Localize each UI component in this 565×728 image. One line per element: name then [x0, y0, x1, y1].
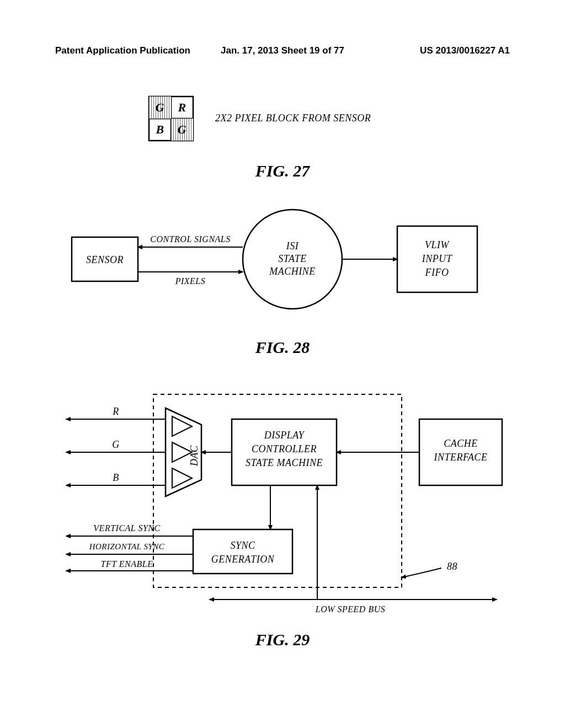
fig29: DAC R G B DISPLAY CONTROLLER STATE MACHI…	[66, 394, 502, 614]
dac-label: DAC	[189, 445, 200, 467]
sensor-box: SENSOR	[86, 254, 124, 265]
sync-l2: GENERATION	[211, 554, 275, 565]
vliw-l2: INPUT	[422, 253, 453, 264]
cache-l2: INTERFACE	[433, 452, 487, 463]
ref88: 88	[447, 561, 457, 572]
fig29-caption: FIG. 29	[255, 630, 310, 649]
pixels-label: PIXELS	[175, 276, 206, 286]
hsync-label: HORIZONTAL SYNC	[89, 542, 165, 551]
page-content: G R B G 2X2 PIXEL BLOCK FROM SENSOR FIG.…	[55, 83, 510, 673]
vsync-label: VERTICAL SYNC	[93, 523, 160, 533]
header-right: US 2013/0016227 A1	[420, 45, 510, 56]
tft-label: TFT ENABLE	[101, 559, 153, 569]
fig27: G R B G 2X2 PIXEL BLOCK FROM SENSOR	[149, 97, 371, 141]
cache-l1: CACHE	[444, 438, 478, 449]
svg-rect-21	[193, 529, 292, 574]
r-label: R	[112, 406, 119, 417]
pixel-g2: G	[178, 122, 186, 136]
pixel-g1: G	[156, 100, 164, 114]
pixel-b: B	[155, 122, 164, 136]
g-label: G	[112, 439, 120, 450]
vliw-l1: VLIW	[425, 239, 450, 250]
isi-l1: ISI	[286, 240, 299, 251]
header-left: Patent Application Publication	[55, 45, 190, 56]
vliw-l3: FIFO	[425, 267, 449, 278]
fig27-caption: FIG. 27	[255, 162, 310, 180]
svg-rect-13	[153, 394, 402, 587]
isi-l2: STATE	[278, 253, 307, 264]
diagram-svg: G R B G 2X2 PIXEL BLOCK FROM SENSOR FIG.…	[55, 83, 510, 673]
sync-l1: SYNC	[230, 540, 255, 551]
fig27-label: 2X2 PIXEL BLOCK FROM SENSOR	[215, 113, 371, 124]
isi-l3: MACHINE	[269, 266, 316, 277]
dcsm-l2: CONTROLLER	[252, 443, 317, 454]
header-center: Jan. 17, 2013 Sheet 19 of 77	[221, 45, 344, 56]
b-label: B	[113, 472, 119, 483]
fig28: SENSOR ISI STATE MACHINE VLIW INPUT FIFO…	[72, 210, 477, 309]
page-header: Patent Application Publication Jan. 17, …	[55, 45, 510, 56]
fig28-caption: FIG. 28	[255, 338, 310, 356]
dcsm-l3: STATE MACHINE	[246, 457, 323, 468]
dcsm-l1: DISPLAY	[264, 430, 305, 441]
bus-label: LOW SPEED BUS	[315, 604, 385, 614]
control-signals-label: CONTROL SIGNALS	[150, 234, 230, 244]
pixel-r: R	[177, 100, 186, 114]
